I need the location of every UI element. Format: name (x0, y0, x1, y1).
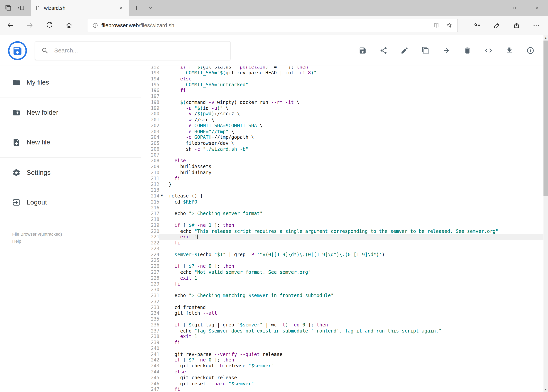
more-button[interactable] (528, 18, 544, 33)
code-line-235[interactable]: 235 (141, 316, 543, 322)
rename-button[interactable] (397, 43, 412, 58)
code-line-234[interactable]: 234 git fetch --all (141, 310, 543, 316)
code-line-228[interactable]: 228 exit 1 (141, 275, 543, 281)
code-line-212[interactable]: 212} (141, 181, 543, 187)
code-line-222[interactable]: 222 fi (141, 240, 543, 246)
code-line-206[interactable]: 206 sh -c "./wizard.sh -b" (141, 146, 543, 152)
code-line-223[interactable]: 223 (141, 246, 543, 252)
reading-view-icon[interactable] (433, 22, 440, 29)
window-maximize-button[interactable] (503, 0, 526, 16)
code-line-242[interactable]: 242 if [ $? -ne 0 ]; then (141, 357, 543, 363)
back-button[interactable] (3, 18, 18, 33)
address-bar[interactable]: filebrowser.web/files/wizard.sh (87, 19, 458, 32)
code-line-197[interactable]: 197 (141, 93, 543, 99)
hub-button[interactable] (470, 18, 485, 33)
sidebar-item-my-files[interactable]: My files (0, 68, 141, 98)
code-line-211[interactable]: 211 fi (141, 175, 543, 181)
code-line-229[interactable]: 229 fi (141, 281, 543, 287)
code-line-226[interactable]: 226 if [ $? -ne 0 ]; then (141, 263, 543, 269)
code-line-195[interactable]: 195 COMMIT_SHA="untracked" (141, 82, 543, 87)
code-line-237[interactable]: 237 echo "Tag $semver does not exist in … (141, 328, 543, 334)
sidebar-item-new-file[interactable]: New file (0, 128, 141, 158)
sidebar-item-settings[interactable]: Settings (0, 158, 141, 188)
tabs-you-set-aside-button[interactable] (2, 0, 15, 16)
code-line-210[interactable]: 210 buildBinary (141, 169, 543, 175)
home-button[interactable] (61, 18, 76, 33)
new-tab-button[interactable] (129, 0, 144, 16)
favorite-star-icon[interactable] (446, 22, 452, 29)
code-line-224[interactable]: 224 semver=$(echo "$1" | grep -P '^v(0|[… (141, 252, 543, 258)
code-line-225[interactable]: 225 (141, 258, 543, 263)
scrollbar-thumb[interactable] (543, 41, 548, 196)
code-line-233[interactable]: 233 cd frontend (141, 304, 543, 310)
code-editor[interactable]: 192 if [ "$(git status --porcelain)" = "… (141, 66, 543, 392)
move-button[interactable] (439, 43, 454, 58)
code-line-231[interactable]: 231 echo "> Checking matching $semver in… (141, 293, 543, 298)
code-line-244[interactable]: 244 else (141, 369, 543, 375)
code-line-192[interactable]: 192 if [ "$(git status --porcelain)" = "… (141, 66, 543, 70)
code-line-220[interactable]: 220 echo "This release script requires a… (141, 228, 543, 234)
code-line-216[interactable]: 216 (141, 205, 543, 210)
search-box[interactable] (35, 41, 231, 60)
refresh-button[interactable] (42, 18, 57, 33)
forward-button[interactable] (22, 18, 38, 33)
sidebar-item-new-folder[interactable]: New folder (0, 98, 141, 128)
scroll-up-arrow-icon[interactable]: ▲ (543, 35, 548, 41)
code-line-207[interactable]: 207 (141, 152, 543, 158)
window-minimize-button[interactable] (481, 0, 503, 16)
info-button[interactable] (523, 43, 537, 58)
filebrowser-logo[interactable] (8, 41, 27, 60)
code-line-241[interactable]: 241 git rev-parse --verify --quiet relea… (141, 351, 543, 357)
copy-button[interactable] (418, 43, 433, 58)
code-line-200[interactable]: 200 -v /$(pwd):/src:z \ (141, 111, 543, 117)
code-line-202[interactable]: 202 -e COMMIT_SHA=$COMMIT_SHA \ (141, 123, 543, 129)
help-link[interactable]: Help (12, 238, 62, 245)
code-line-221[interactable]: 221 exit 1 (141, 234, 543, 240)
raw-button[interactable] (481, 43, 496, 58)
code-line-214[interactable]: 214▼release () { (141, 193, 543, 199)
code-line-203[interactable]: 203 -e HOME="//tmp" \ (141, 129, 543, 134)
search-input[interactable] (54, 47, 224, 54)
code-line-230[interactable]: 230 (141, 287, 543, 293)
code-line-218[interactable]: 218 (141, 217, 543, 222)
share-button[interactable] (509, 18, 524, 33)
scroll-down-arrow-icon[interactable]: ▼ (543, 387, 548, 392)
page-scrollbar[interactable]: ▲ ▼ (543, 35, 548, 392)
code-line-243[interactable]: 243 git checkout -b release "$semver" (141, 363, 543, 369)
code-line-196[interactable]: 196 fi (141, 87, 543, 93)
code-line-213[interactable]: 213 (141, 187, 543, 193)
code-line-217[interactable]: 217 echo "> Checking semver format" (141, 210, 543, 217)
save-button[interactable] (355, 43, 370, 58)
code-line-208[interactable]: 208 else (141, 158, 543, 164)
code-line-245[interactable]: 245 git checkout release (141, 375, 543, 381)
tab-close-button[interactable] (117, 4, 125, 12)
fold-arrow-icon[interactable]: ▼ (161, 194, 163, 198)
code-line-238[interactable]: 238 exit 1 (141, 334, 543, 340)
code-line-193[interactable]: 193 COMMIT_SHA="$(git rev-parse HEAD | c… (141, 70, 543, 76)
code-line-201[interactable]: 201 -w //src \ (141, 117, 543, 123)
code-line-236[interactable]: 236 if [ $(git tag | grep "$semver" | wc… (141, 322, 543, 328)
code-line-240[interactable]: 240 (141, 345, 543, 351)
sidebar-item-logout[interactable]: Logout (0, 188, 141, 217)
code-line-232[interactable]: 232 (141, 298, 543, 304)
share-button[interactable] (376, 43, 391, 58)
web-note-button[interactable] (489, 18, 505, 33)
browser-tab[interactable]: wizard.sh (31, 0, 129, 16)
delete-button[interactable] (460, 43, 475, 58)
set-tabs-aside-button[interactable] (15, 0, 28, 16)
code-line-219[interactable]: 219 if [ $# -ne 1 ]; then (141, 222, 543, 228)
window-close-button[interactable] (526, 0, 548, 16)
code-line-204[interactable]: 204 -e GOPATH=//tmp/gopath \ (141, 134, 543, 140)
download-button[interactable] (502, 43, 516, 58)
code-line-209[interactable]: 209 buildAssets (141, 164, 543, 169)
code-line-199[interactable]: 199 -u "$(id -u)" \ (141, 105, 543, 111)
code-line-247[interactable]: 247 fi (141, 386, 543, 392)
code-line-205[interactable]: 205 filebrowser/dev \ (141, 140, 543, 146)
site-info-icon[interactable] (92, 22, 98, 28)
fold-gutter[interactable]: ▼ (160, 193, 169, 199)
tab-preview-toggle-button[interactable] (144, 0, 157, 16)
code-line-246[interactable]: 246 git reset --hard "$semver" (141, 381, 543, 386)
code-line-194[interactable]: 194 else (141, 76, 543, 82)
code-line-215[interactable]: 215 cd $REPO (141, 199, 543, 205)
code-line-227[interactable]: 227 echo "Not valid semver format. See s… (141, 269, 543, 275)
